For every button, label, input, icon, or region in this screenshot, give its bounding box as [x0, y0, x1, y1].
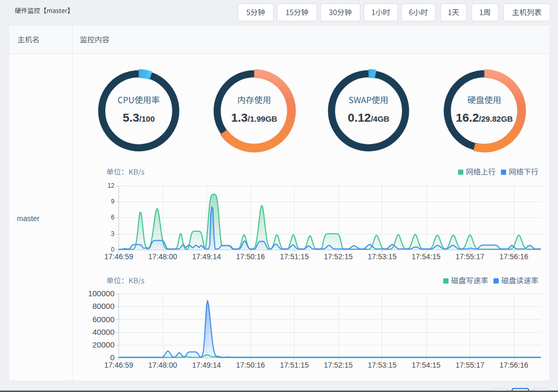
svg-text:9: 9	[111, 198, 115, 205]
svg-text:17:46:59: 17:46:59	[104, 361, 133, 369]
svg-text:60000: 60000	[93, 315, 115, 324]
svg-text:17:52:15: 17:52:15	[324, 361, 353, 369]
svg-text:17:49:14: 17:49:14	[192, 252, 221, 261]
svg-text:6: 6	[111, 214, 115, 221]
svg-text:3: 3	[111, 230, 115, 238]
svg-text:17:50:16: 17:50:16	[236, 252, 265, 261]
svg-text:17:48:00: 17:48:00	[148, 361, 177, 369]
svg-text:17:53:15: 17:53:15	[368, 361, 397, 369]
svg-text:17:51:15: 17:51:15	[280, 252, 309, 261]
svg-text:17:56:16: 17:56:16	[499, 252, 528, 261]
svg-text:12: 12	[107, 182, 115, 189]
svg-text:17:56:16: 17:56:16	[499, 361, 528, 369]
svg-text:17:55:17: 17:55:17	[455, 252, 484, 261]
svg-text:20000: 20000	[93, 340, 115, 349]
svg-text:40000: 40000	[93, 327, 115, 336]
svg-text:17:49:14: 17:49:14	[192, 361, 221, 369]
svg-text:17:50:16: 17:50:16	[236, 361, 265, 369]
svg-text:80000: 80000	[93, 302, 115, 311]
svg-text:17:46:59: 17:46:59	[104, 252, 133, 261]
svg-text:master: master	[17, 214, 40, 223]
svg-text:17:48:00: 17:48:00	[148, 252, 177, 261]
svg-text:17:54:15: 17:54:15	[411, 361, 441, 369]
svg-text:17:54:15: 17:54:15	[411, 252, 441, 261]
svg-text:17:53:15: 17:53:15	[368, 252, 397, 261]
svg-text:17:51:15: 17:51:15	[280, 361, 309, 369]
svg-text:100000: 100000	[88, 289, 114, 298]
svg-text:17:55:17: 17:55:17	[455, 361, 484, 369]
svg-text:17:52:15: 17:52:15	[324, 252, 353, 261]
